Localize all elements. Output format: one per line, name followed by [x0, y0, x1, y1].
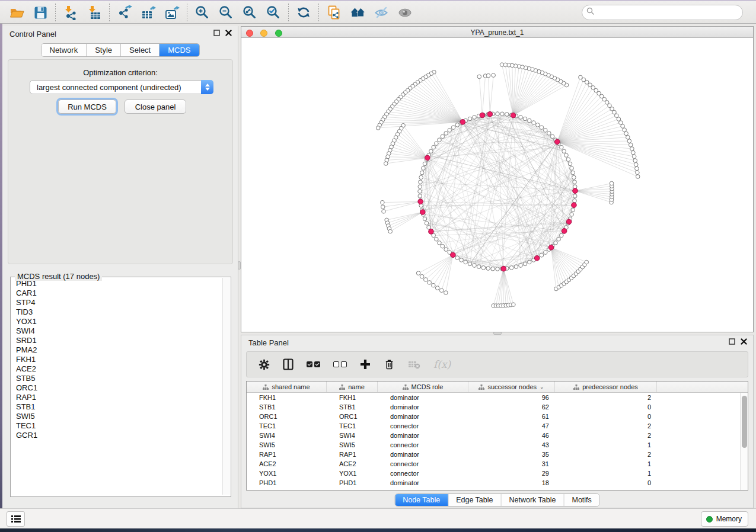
export-network-button[interactable]	[113, 3, 136, 22]
column-header-predecessor-nodes[interactable]: predecessor nodes	[555, 382, 657, 392]
mcds-result-item[interactable]: FKH1	[11, 355, 224, 364]
cell-MCDS-role: dominator	[378, 394, 468, 401]
column-header-shared-name[interactable]: shared name	[247, 382, 327, 392]
mcds-result-item[interactable]: SWI5	[11, 412, 224, 421]
deselect-all-rows-icon[interactable]	[333, 361, 347, 367]
hide-selected-button[interactable]	[369, 3, 393, 22]
tab-network[interactable]: Network	[41, 44, 87, 56]
dropdown-stepper-icon	[201, 80, 213, 94]
zoom-selected-button[interactable]	[261, 3, 285, 22]
table-row[interactable]: TEC1TEC1connector472	[247, 421, 748, 431]
float-panel-icon[interactable]	[213, 30, 220, 36]
table-scrollbar-thumb[interactable]	[742, 396, 747, 448]
table-row[interactable]: SWI5SWI5connector431	[247, 440, 748, 450]
refresh-network-button[interactable]	[292, 3, 315, 22]
delete-column-trash-icon[interactable]	[384, 358, 395, 370]
function-builder-icon-disabled: f(x)	[433, 358, 451, 370]
show-all-button[interactable]	[393, 3, 417, 22]
network-graph-canvas[interactable]	[241, 38, 753, 332]
mcds-result-item[interactable]: PMA2	[11, 345, 224, 355]
mcds-result-item[interactable]: PHD1	[11, 279, 224, 289]
mcds-result-item[interactable]: SRD1	[11, 336, 224, 345]
table-scrollbar[interactable]	[740, 393, 748, 490]
mcds-result-item[interactable]: SWI4	[11, 326, 224, 336]
save-session-button[interactable]	[28, 3, 52, 22]
search-input[interactable]	[582, 5, 743, 20]
tab-motifs[interactable]: Motifs	[564, 494, 599, 506]
toolbar-separator	[187, 4, 187, 21]
export-table-icon	[141, 5, 156, 20]
column-header-label: name	[348, 383, 365, 390]
tab-node-table[interactable]: Node Table	[395, 494, 448, 506]
tab-edge-table[interactable]: Edge Table	[448, 494, 501, 506]
column-namespace-icon	[403, 384, 409, 390]
zoom-out-button[interactable]	[214, 3, 238, 22]
table-row[interactable]: YOX1YOX1connector291	[247, 469, 748, 478]
mcds-result-item[interactable]: YOX1	[11, 317, 224, 326]
run-mcds-button[interactable]: Run MCDS	[58, 100, 116, 114]
close-panel-icon[interactable]	[225, 30, 232, 36]
mcds-hub-node	[429, 229, 434, 235]
show-task-history-button[interactable]	[7, 511, 25, 527]
mcds-result-item[interactable]: TID3	[11, 307, 224, 317]
table-row[interactable]: STB1STB1dominator620	[247, 402, 748, 412]
column-header-name[interactable]: name	[327, 382, 378, 392]
table-row[interactable]: SWI4SWI4dominator462	[247, 431, 748, 440]
mcds-result-item[interactable]: ORC1	[11, 383, 224, 393]
toolbar-separator	[55, 4, 56, 21]
cell-shared-name: RAP1	[247, 451, 327, 458]
zoom-in-button[interactable]	[190, 3, 214, 22]
criterion-dropdown[interactable]: largest connected component (undirected)	[30, 80, 213, 94]
tab-mcds[interactable]: MCDS	[160, 44, 199, 56]
table-row[interactable]: RAP1RAP1dominator352	[247, 450, 748, 459]
import-network-button[interactable]	[59, 3, 82, 22]
cell-shared-name: SWI4	[247, 432, 327, 439]
table-row[interactable]: ACE2ACE2connector311	[247, 459, 748, 469]
table-settings-gear-icon[interactable]	[259, 359, 270, 370]
network-window-titlebar[interactable]: YPA_prune.txt_1	[241, 27, 753, 38]
float-panel-icon[interactable]	[729, 338, 735, 345]
mcds-result-item[interactable]: TEC1	[11, 421, 224, 431]
criterion-dropdown-value: largest connected component (undirected)	[30, 83, 201, 92]
memory-button[interactable]: Memory	[701, 511, 748, 527]
cell-shared-name: YOX1	[247, 470, 327, 477]
mcds-result-item[interactable]: STB5	[11, 374, 224, 383]
add-column-plus-icon[interactable]	[360, 359, 371, 370]
cell-predecessor-nodes: 2	[555, 451, 657, 458]
toolbar-separator	[109, 4, 110, 21]
close-panel-button[interactable]: Close panel	[125, 100, 186, 114]
open-session-button[interactable]	[5, 3, 28, 22]
mcds-result-item[interactable]: STP4	[11, 298, 224, 307]
tab-network-table[interactable]: Network Table	[502, 494, 564, 506]
export-image-button[interactable]	[160, 3, 184, 22]
column-header-MCDS-role[interactable]: MCDS role	[378, 382, 468, 392]
cell-successor-nodes: 43	[468, 441, 555, 448]
mcds-hub-node	[480, 113, 485, 118]
mcds-result-item[interactable]: ACE2	[11, 364, 224, 374]
first-neighbors-button[interactable]	[346, 3, 369, 22]
import-table-button[interactable]	[82, 3, 106, 22]
column-header-successor-nodes[interactable]: successor nodes⌄	[468, 382, 555, 392]
table-row[interactable]: PHD1PHD1dominator180	[247, 478, 748, 488]
table-row[interactable]: ORC1ORC1dominator610	[247, 412, 748, 421]
zoom-fit-button[interactable]	[238, 3, 261, 22]
export-network-icon	[117, 5, 132, 20]
table-row[interactable]: FKH1FKH1dominator962	[247, 393, 748, 402]
mcds-result-item[interactable]: STB1	[11, 402, 224, 412]
mcds-result-item[interactable]: GCR1	[11, 431, 224, 440]
export-table-button[interactable]	[136, 3, 160, 22]
tab-select[interactable]: Select	[121, 44, 160, 56]
show-columns-icon[interactable]	[283, 358, 294, 370]
cell-predecessor-nodes: 0	[555, 479, 657, 486]
houses-icon	[350, 5, 366, 20]
mcds-result-box: MCDS result (17 nodes) PHD1CAR1STP4TID3Y…	[10, 277, 231, 497]
mcds-result-item[interactable]: RAP1	[11, 393, 224, 402]
tab-style[interactable]: Style	[87, 44, 121, 56]
close-panel-icon[interactable]	[741, 338, 747, 345]
copy-network-button[interactable]	[322, 3, 346, 22]
cell-MCDS-role: connector	[378, 441, 468, 448]
mcds-result-scrollbar[interactable]	[222, 278, 230, 495]
select-all-rows-icon[interactable]	[307, 361, 320, 367]
mcds-result-item[interactable]: CAR1	[11, 289, 224, 298]
table-panel-title: Table Panel	[248, 338, 289, 347]
